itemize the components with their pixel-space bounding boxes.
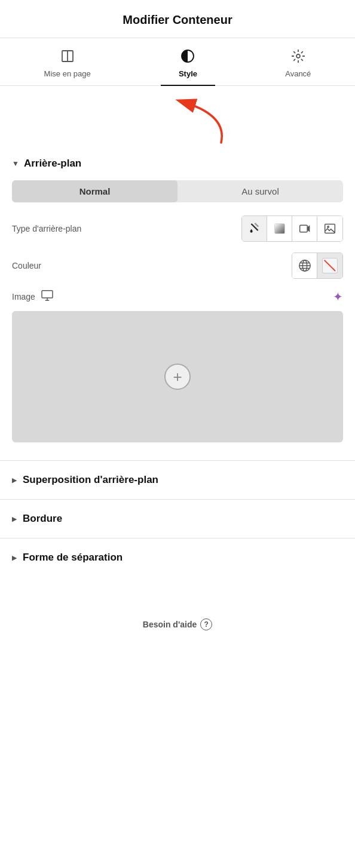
color-options [292, 253, 343, 279]
color-row: Couleur [12, 253, 343, 279]
sparkle-icon[interactable]: ✦ [333, 290, 343, 304]
svg-rect-7 [254, 223, 259, 227]
monitor-icon [41, 290, 53, 303]
tab-style[interactable]: Style [161, 44, 215, 85]
normal-toggle-btn[interactable]: Normal [12, 180, 178, 202]
color-label: Couleur [12, 261, 41, 270]
layout-icon [60, 49, 75, 66]
background-section: ▼ Arrière-plan Normal Au survol Type d'a… [0, 146, 355, 460]
background-chevron: ▼ [12, 159, 19, 168]
help-label: Besoin d'aide [143, 620, 197, 629]
border-title: Bordure [23, 513, 62, 525]
hover-toggle-btn[interactable]: Au survol [178, 180, 343, 202]
image-upload-area[interactable]: + [12, 311, 343, 442]
help-link[interactable]: Besoin d'aide ? [143, 618, 212, 630]
tab-style-label: Style [179, 69, 197, 78]
image-label-group: Image [12, 290, 53, 303]
bg-type-image-btn[interactable] [317, 216, 342, 241]
overlay-chevron: ▶ [12, 476, 17, 484]
image-label: Image [12, 292, 35, 301]
svg-rect-8 [274, 224, 284, 234]
border-chevron: ▶ [12, 515, 17, 523]
help-footer: Besoin d'aide ? [0, 601, 355, 648]
bg-type-video-btn[interactable] [292, 216, 317, 241]
state-toggle[interactable]: Normal Au survol [12, 180, 343, 202]
spacer [0, 577, 355, 601]
tab-layout-label: Mise en page [44, 69, 91, 78]
background-type-options [241, 216, 343, 242]
svg-rect-9 [299, 225, 307, 232]
background-title-text: Arrière-plan [24, 158, 81, 170]
background-type-row: Type d'arrière-plan [12, 216, 343, 242]
arrow-annotation [0, 86, 355, 146]
background-type-label: Type d'arrière-plan [12, 224, 81, 233]
help-icon: ? [200, 618, 212, 630]
color-none-btn[interactable] [317, 253, 342, 278]
tabs-row: Mise en page Style Avancé [0, 38, 355, 86]
style-icon [180, 49, 195, 66]
svg-point-12 [328, 226, 329, 228]
overlay-section[interactable]: ▶ Superposition d'arrière-plan [0, 461, 355, 499]
tab-layout[interactable]: Mise en page [26, 44, 109, 85]
svg-rect-18 [42, 291, 53, 298]
page-header: Modifier Conteneur [0, 0, 355, 38]
tab-advanced-label: Avancé [285, 69, 311, 78]
svg-point-3 [296, 54, 300, 58]
advanced-icon [291, 49, 305, 66]
separator-chevron: ▶ [12, 554, 17, 562]
add-image-button[interactable]: + [164, 364, 191, 390]
image-row: Image ✦ [12, 290, 343, 304]
bg-type-color-btn[interactable] [242, 216, 267, 241]
page-title: Modifier Conteneur [12, 13, 343, 27]
separator-title: Forme de séparation [23, 552, 123, 564]
tab-advanced[interactable]: Avancé [267, 44, 329, 85]
background-section-title: ▼ Arrière-plan [12, 158, 343, 170]
overlay-title: Superposition d'arrière-plan [23, 474, 158, 486]
bg-type-gradient-btn[interactable] [267, 216, 292, 241]
border-section[interactable]: ▶ Bordure [0, 500, 355, 538]
separator-section[interactable]: ▶ Forme de séparation [0, 538, 355, 577]
color-globe-btn[interactable] [292, 253, 317, 278]
